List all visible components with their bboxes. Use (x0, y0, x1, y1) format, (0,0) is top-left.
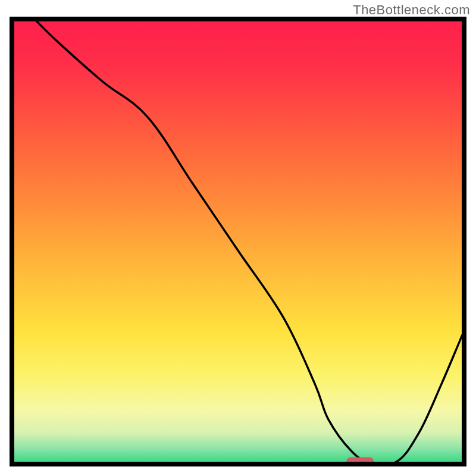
watermark-label: TheBottleneck.com (353, 2, 470, 18)
bottleneck-chart (0, 0, 476, 476)
chart-container: TheBottleneck.com (0, 0, 476, 476)
plot-background (12, 19, 464, 464)
